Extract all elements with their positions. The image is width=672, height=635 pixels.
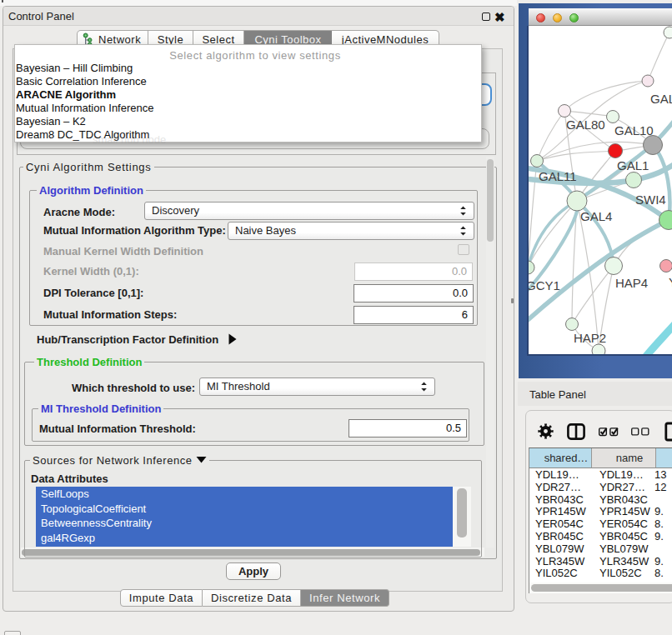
svg-text:GAL80: GAL80 bbox=[566, 118, 605, 132]
svg-text:HAP4: HAP4 bbox=[615, 276, 648, 290]
svg-text:GAL7: GAL7 bbox=[650, 92, 672, 106]
svg-text:Y: Y bbox=[669, 275, 672, 289]
svg-text:GCY1: GCY1 bbox=[529, 278, 560, 292]
svg-text:SWI4: SWI4 bbox=[635, 192, 666, 207]
svg-text:HAP2: HAP2 bbox=[574, 331, 606, 345]
svg-text:GAL4: GAL4 bbox=[580, 209, 612, 223]
svg-text:GAL1: GAL1 bbox=[617, 158, 649, 172]
svg-text:GAL11: GAL11 bbox=[539, 169, 577, 183]
svg-text:GAL10: GAL10 bbox=[614, 123, 654, 138]
